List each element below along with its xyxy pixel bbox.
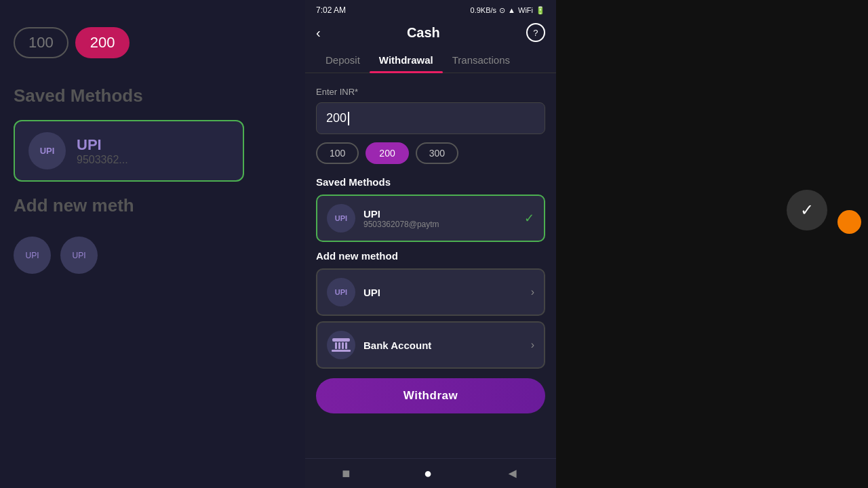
amount-value: 200 (326, 111, 347, 125)
quick-300-label: 300 (429, 148, 445, 159)
help-icon: ? (533, 28, 538, 38)
withdraw-button[interactable]: Withdraw (316, 378, 545, 413)
amount-label: Enter INR* (316, 87, 545, 97)
bank-pillars (335, 342, 347, 349)
quick-200-label: 200 (379, 148, 395, 159)
main-content: Enter INR* 200 100 200 300 Saved Methods… (305, 79, 556, 458)
bank-base (332, 350, 351, 352)
selected-check-icon: ✓ (524, 211, 534, 226)
amount-input-field[interactable]: 200 (316, 102, 545, 134)
phone-panel: 7:02 AM 0.9KB/s ⊙ ▲ WiFi 🔋 ‹ Cash ? Depo… (305, 0, 556, 488)
tab-transactions-label: Transactions (452, 54, 510, 66)
upi-add-name: UPI (363, 287, 523, 298)
bg-upi-name: UPI (77, 136, 128, 154)
bg-left-panel: 100 200 Saved Methods UPI UPI 9503362...… (0, 0, 305, 488)
page-title: Cash (407, 25, 440, 41)
bg-upi-sm-2: UPI (60, 237, 98, 274)
upi-add-info: UPI (363, 287, 523, 298)
tab-withdrawal[interactable]: Withdrawal (370, 47, 443, 73)
tab-bar: Deposit Withdrawal Transactions (305, 47, 556, 73)
bg-upi-card: UPI UPI 9503362... (14, 120, 244, 182)
status-icons: 0.9KB/s ⊙ ▲ WiFi 🔋 (471, 6, 545, 15)
wifi-icon: ▲ (508, 6, 515, 14)
add-bank-method[interactable]: Bank Account › (316, 321, 545, 369)
nav-stop-button[interactable]: ■ (342, 466, 350, 481)
upi-saved-icon: UPI (327, 204, 355, 232)
bg-pill-200: 200 (75, 27, 130, 58)
bank-pillar-2 (338, 342, 340, 349)
quick-amount-300[interactable]: 300 (416, 142, 458, 164)
quick-100-label: 100 (330, 148, 345, 159)
bank-pillar-4 (345, 342, 347, 349)
upi-saved-name: UPI (363, 208, 516, 220)
upi-saved-info: UPI 9503362078@paytm (363, 208, 516, 229)
tab-transactions[interactable]: Transactions (443, 47, 519, 73)
upi-saved-sub: 9503362078@paytm (363, 220, 516, 229)
signal-icon: ⊙ (499, 6, 505, 15)
nav-back-button[interactable]: ◄ (506, 466, 519, 481)
add-method-title: Add new method (316, 250, 545, 262)
bg-upi-circles: UPI UPI (14, 237, 98, 274)
nav-home-button[interactable]: ● (424, 466, 432, 481)
status-time: 7:02 AM (316, 5, 346, 15)
network-speed: 0.9KB/s (471, 6, 497, 14)
bank-add-info: Bank Account (363, 340, 523, 351)
tab-deposit-label: Deposit (326, 54, 360, 66)
bank-roof (332, 338, 350, 342)
bg-upi-sm-1: UPI (14, 237, 51, 274)
bank-add-icon (327, 331, 355, 359)
bank-svg (332, 338, 351, 352)
quick-amount-200[interactable]: 200 (366, 142, 408, 164)
bg-upi-number: 9503362... (77, 154, 128, 166)
wifi-full-icon: WiFi (518, 6, 533, 14)
cursor (348, 112, 349, 125)
upi-chevron-icon: › (531, 286, 534, 298)
bottom-nav-bar: ■ ● ◄ (305, 458, 556, 488)
add-upi-method[interactable]: UPI UPI › (316, 268, 545, 316)
status-bar: 7:02 AM 0.9KB/s ⊙ ▲ WiFi 🔋 (305, 0, 556, 18)
bg-upi-icon: UPI (28, 132, 66, 169)
bg-orange-dot (837, 210, 861, 234)
quick-amount-100[interactable]: 100 (316, 142, 359, 164)
bg-pill-100: 100 (14, 27, 68, 58)
bg-amount-pills: 100 200 (14, 27, 130, 58)
upi-add-icon: UPI (327, 278, 355, 306)
bank-pillar-1 (335, 342, 337, 349)
bg-saved-methods-label: Saved Methods (14, 85, 143, 106)
bg-upi-info: UPI 9503362... (77, 136, 128, 166)
bank-chevron-icon: › (531, 339, 534, 351)
quick-amounts-row: 100 200 300 (316, 142, 545, 164)
bg-checkmark-icon: ✓ (787, 190, 827, 230)
battery-icon: 🔋 (536, 6, 545, 15)
app-header: ‹ Cash ? (305, 18, 556, 47)
saved-upi-method[interactable]: UPI UPI 9503362078@paytm ✓ (316, 195, 545, 242)
help-button[interactable]: ? (526, 23, 545, 42)
bank-add-name: Bank Account (363, 340, 523, 351)
tab-deposit[interactable]: Deposit (316, 47, 370, 73)
back-button[interactable]: ‹ (316, 25, 321, 41)
bank-pillar-3 (342, 342, 344, 349)
saved-methods-title: Saved Methods (316, 176, 545, 188)
tab-withdrawal-label: Withdrawal (379, 54, 433, 66)
bg-add-method-label: Add new meth (14, 195, 134, 216)
